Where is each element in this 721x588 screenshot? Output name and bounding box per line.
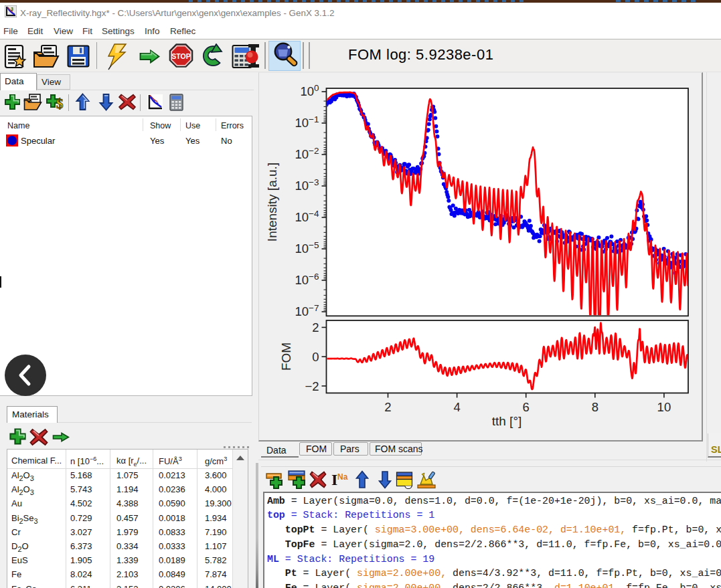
svg-text:Intensity [a.u.]: Intensity [a.u.]: [265, 163, 279, 241]
svg-text:0: 0: [312, 350, 319, 364]
svg-text:4: 4: [453, 400, 460, 414]
svg-text:I: I: [331, 471, 337, 488]
svg-text:tth [°]: tth [°]: [492, 414, 522, 428]
svg-text:8: 8: [592, 400, 598, 414]
svg-text:3: 3: [11, 7, 13, 11]
svg-text:2: 2: [312, 320, 319, 334]
svg-text:100: 100: [300, 83, 319, 98]
svg-text:−2: −2: [305, 379, 319, 393]
svg-text:$: $: [56, 96, 64, 110]
svg-text:10−1: 10−1: [295, 114, 319, 130]
svg-text:10−2: 10−2: [295, 146, 319, 161]
svg-text:10−7: 10−7: [295, 303, 319, 318]
svg-text:10−5: 10−5: [295, 240, 319, 256]
svg-text:10: 10: [657, 400, 671, 414]
svg-text:10−4: 10−4: [295, 209, 319, 224]
svg-text:6: 6: [523, 400, 530, 414]
svg-text:Na: Na: [337, 472, 348, 482]
svg-text:2: 2: [384, 400, 391, 414]
svg-text:10−3: 10−3: [295, 177, 319, 193]
svg-text:FOM: FOM: [279, 342, 293, 371]
svg-text:STOP: STOP: [171, 52, 190, 60]
svg-text:10−6: 10−6: [295, 272, 319, 287]
